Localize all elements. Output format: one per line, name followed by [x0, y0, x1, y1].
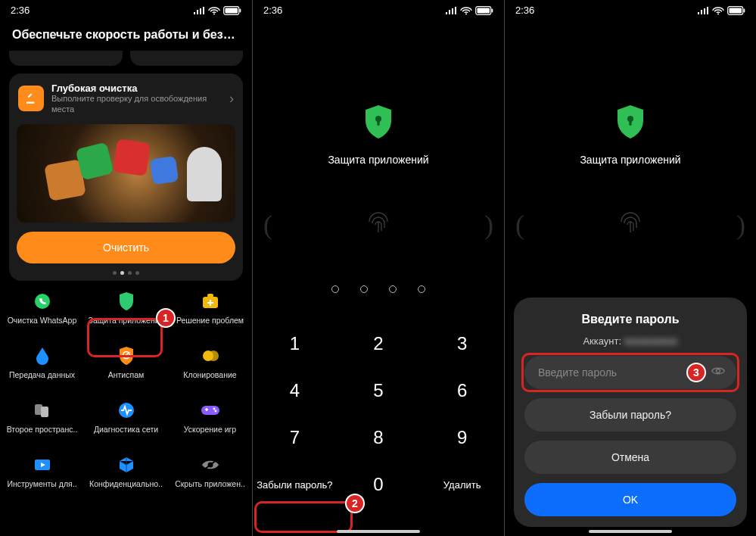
tool-label: Второе пространс..: [7, 425, 78, 434]
tool-firstaid[interactable]: Решение проблем: [168, 291, 252, 346]
key-7[interactable]: 7: [253, 414, 337, 461]
key-4[interactable]: 4: [253, 367, 337, 414]
tool-antispam[interactable]: Антиспам: [84, 346, 168, 400]
svg-point-0: [213, 13, 215, 14]
svg-rect-2: [226, 8, 238, 13]
status-icons: [445, 6, 493, 15]
tool-label: Клонирование: [183, 370, 236, 379]
clone-icon: [201, 346, 220, 366]
key-1[interactable]: 1: [253, 320, 337, 367]
chevron-right-icon: ›: [229, 91, 234, 107]
delete-key[interactable]: Удалить: [420, 461, 504, 508]
svg-point-32: [717, 369, 720, 373]
tool-pulse[interactable]: Диагностика сети: [84, 400, 168, 455]
tool-label: Конфиденциально..: [89, 479, 163, 488]
tool-whatsapp[interactable]: Очистка WhatsApp: [0, 291, 84, 346]
whatsapp-icon: [33, 291, 52, 311]
antispam-icon: [117, 346, 136, 366]
svg-point-26: [717, 13, 719, 14]
vibrate-right-icon: ): [484, 209, 493, 241]
password-dialog: Введите пароль Аккаунт: ●●●●●●●● Введите…: [514, 298, 747, 527]
tool-label: Очистка WhatsApp: [8, 316, 77, 325]
forgot-password-link[interactable]: Забыли пароль?: [253, 461, 337, 508]
step-badge-1: 1: [156, 308, 176, 328]
svg-rect-22: [478, 8, 490, 13]
screen-security-app: 2:36 Обеспечьте скорость работы и без… Г…: [0, 0, 252, 536]
status-icons: [193, 6, 241, 15]
key-8[interactable]: 8: [337, 414, 421, 461]
tool-label: Инструменты для..: [7, 479, 76, 488]
svg-rect-25: [377, 120, 379, 126]
pager-dots: [9, 271, 243, 281]
vibrate-left-icon: (: [515, 209, 524, 241]
eye-icon[interactable]: [711, 363, 726, 382]
tool-label: Ускорение игр: [184, 425, 236, 434]
password-placeholder: Введите пароль: [538, 366, 617, 379]
tool-cube[interactable]: Конфиденциально..: [84, 455, 168, 510]
clock: 2:36: [515, 5, 534, 16]
dialog-title: Введите пароль: [524, 313, 736, 326]
clean-button[interactable]: Очистить: [17, 232, 235, 263]
pulse-icon: [117, 400, 136, 420]
shield-lock-icon: [362, 104, 394, 143]
status-bar: 2:36: [253, 0, 504, 20]
cancel-button[interactable]: Отмена: [524, 441, 736, 474]
key-3[interactable]: 3: [420, 320, 504, 367]
promo-banner[interactable]: [17, 124, 235, 223]
video-icon: [33, 455, 52, 475]
tool-video[interactable]: Инструменты для..: [0, 455, 84, 510]
svg-point-15: [213, 407, 215, 410]
tools-grid: Очистка WhatsAppЗащита приложенийРешение…: [0, 288, 252, 510]
app-lock-title: Защита приложений: [580, 154, 680, 166]
tool-label: Решение проблем: [176, 316, 244, 325]
pin-dots: [331, 285, 425, 293]
tabs-placeholder: [0, 51, 252, 70]
dialog-account: Аккаунт: ●●●●●●●●: [524, 335, 736, 347]
fingerprint-icon[interactable]: [363, 207, 394, 240]
forgot-password-button[interactable]: Забыли пароль?: [524, 398, 736, 432]
deep-clean-row[interactable]: Глубокая очистка Выполните проверку для …: [9, 73, 243, 124]
svg-point-20: [465, 13, 467, 14]
vibrate-right-icon: ): [736, 209, 745, 241]
vibrate-left-icon: (: [263, 209, 272, 241]
status-bar: 2:36: [0, 0, 252, 20]
status-icons: [697, 6, 745, 15]
numeric-keypad: 123456789Забыли пароль?0Удалить: [253, 320, 504, 508]
clock: 2:36: [11, 5, 30, 16]
tool-gamepad[interactable]: Ускорение игр: [168, 400, 252, 455]
tool-label: Защита приложений: [89, 316, 164, 325]
cube-icon: [117, 455, 136, 475]
step-badge-2: 2: [345, 494, 365, 513]
tool-clone[interactable]: Клонирование: [168, 346, 252, 400]
svg-rect-3: [240, 8, 241, 12]
dualpane-icon: [33, 400, 52, 420]
svg-point-10: [208, 351, 219, 361]
deep-clean-title: Глубокая очистка: [51, 83, 222, 94]
gamepad-icon: [201, 400, 220, 420]
svg-rect-23: [492, 8, 493, 12]
key-6[interactable]: 6: [420, 367, 504, 414]
shield-lock-icon: [614, 104, 646, 143]
shield-icon: [117, 291, 136, 311]
eyeoff-icon: [201, 455, 220, 475]
fingerprint-icon[interactable]: [615, 207, 646, 240]
clock: 2:36: [263, 5, 282, 16]
svg-rect-14: [201, 406, 219, 415]
key-2[interactable]: 2: [337, 320, 421, 367]
status-bar: 2:36: [505, 0, 756, 20]
broom-icon: [18, 86, 44, 111]
tool-dualpane[interactable]: Второе пространс..: [0, 400, 84, 455]
svg-rect-29: [744, 8, 745, 12]
tool-eyeoff[interactable]: Скрыть приложен..: [168, 455, 252, 510]
tool-drop[interactable]: Передача данных: [0, 346, 84, 400]
home-indicator[interactable]: [589, 530, 672, 533]
ok-button[interactable]: OK: [524, 483, 736, 516]
home-indicator[interactable]: [337, 530, 420, 533]
drop-icon: [33, 346, 52, 366]
step-badge-3: 3: [686, 363, 706, 382]
key-9[interactable]: 9: [420, 414, 504, 461]
screen-app-lock-dialog: 2:36 Защита приложений ( ) Забыли пароль…: [504, 0, 756, 536]
screen-app-lock-pin: 2:36 Защита приложений ( ) 123456789Забы…: [252, 0, 504, 536]
key-5[interactable]: 5: [337, 367, 421, 414]
firstaid-icon: [201, 291, 220, 311]
